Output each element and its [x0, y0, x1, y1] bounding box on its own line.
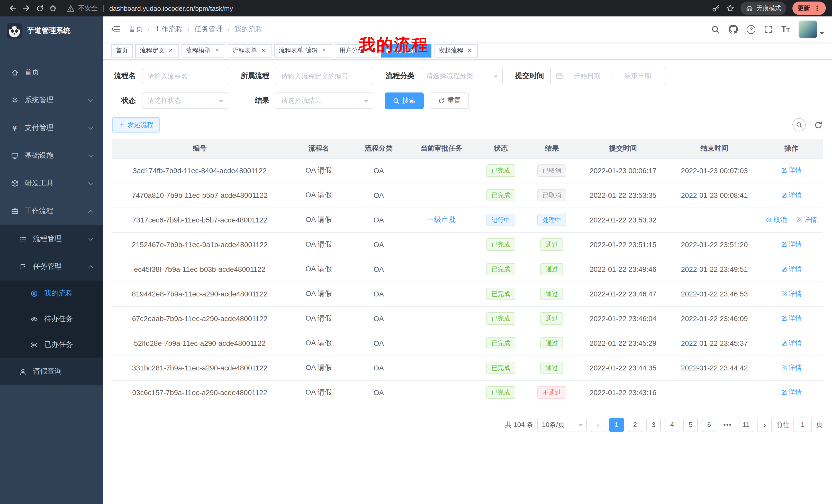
- home-icon[interactable]: [46, 2, 60, 15]
- sidebar-item-infrastructure[interactable]: 基础设施: [0, 142, 103, 170]
- tab-close-icon[interactable]: [466, 47, 473, 54]
- app-logo[interactable]: 芋道管理系统: [0, 17, 103, 45]
- detail-button[interactable]: 详情: [781, 264, 802, 274]
- page-button[interactable]: 3: [646, 417, 661, 432]
- tab[interactable]: 我的流程: [381, 44, 432, 57]
- back-icon[interactable]: [6, 2, 20, 15]
- sidebar-item-devtools[interactable]: 研发工具: [0, 170, 103, 197]
- sidebar-item-system[interactable]: 系统管理: [0, 86, 103, 114]
- menu-kebab-icon[interactable]: [813, 4, 821, 12]
- user-menu[interactable]: [799, 21, 824, 38]
- tab-close-icon[interactable]: [167, 47, 174, 54]
- hamburger-icon[interactable]: [111, 25, 120, 34]
- detail-button[interactable]: 详情: [796, 215, 817, 225]
- forward-icon[interactable]: [20, 2, 33, 15]
- detail-button[interactable]: 详情: [781, 339, 802, 348]
- help-icon[interactable]: [747, 25, 756, 34]
- update-button[interactable]: 更新: [792, 2, 826, 15]
- breadcrumb-item[interactable]: 工作流程: [154, 25, 183, 34]
- submit-time-range-picker[interactable]: 开始日期 - 结束日期: [550, 68, 666, 84]
- cell-id: 331bc281-7b9a-11ec-a290-acde48001122: [112, 356, 287, 380]
- result-badge: 通过: [541, 239, 563, 251]
- start-date[interactable]: 开始日期: [565, 72, 609, 81]
- column-header: 流程名: [287, 139, 350, 158]
- tab[interactable]: 发起流程: [434, 44, 478, 57]
- fullscreen-icon[interactable]: [764, 25, 773, 33]
- goto-page-input[interactable]: [794, 417, 812, 432]
- table-tools: [792, 118, 823, 132]
- reload-icon[interactable]: [33, 2, 46, 15]
- tab-close-icon[interactable]: [320, 47, 328, 54]
- github-icon[interactable]: [729, 25, 738, 34]
- end-date[interactable]: 结束日期: [616, 72, 660, 81]
- detail-button[interactable]: 详情: [781, 314, 802, 323]
- cancel-button[interactable]: 取消: [766, 215, 787, 225]
- sidebar-item-my-process[interactable]: 我的流程: [0, 281, 103, 306]
- cell-result: 不通过: [526, 380, 577, 405]
- page-button[interactable]: 11: [739, 417, 753, 432]
- sidebar-item-home[interactable]: 首页: [0, 59, 103, 86]
- cell-category: OA: [350, 306, 407, 331]
- tab[interactable]: 流程定义: [135, 44, 179, 57]
- cell-result: 已取消: [526, 158, 577, 183]
- breadcrumb-item[interactable]: 首页: [129, 25, 143, 34]
- category-select[interactable]: 请选择流程分类: [421, 68, 503, 84]
- chevron-down-icon: [88, 235, 93, 241]
- sidebar-item-payment[interactable]: 支付管理: [0, 114, 103, 142]
- refresh-icon[interactable]: [814, 120, 823, 129]
- detail-button[interactable]: 详情: [781, 388, 802, 397]
- search-icon[interactable]: [711, 25, 720, 34]
- tab[interactable]: 首页: [111, 44, 133, 57]
- page-button[interactable]: 2: [628, 417, 642, 432]
- page-button[interactable]: 6: [702, 417, 716, 432]
- page-button[interactable]: 5: [683, 417, 698, 432]
- tab-close-icon[interactable]: [420, 47, 427, 54]
- next-page-button[interactable]: [757, 417, 772, 432]
- cell-submit-time: 2022-01-22 23:53:32: [577, 207, 669, 232]
- breadcrumb-item[interactable]: 任务管理: [194, 25, 223, 34]
- search-button[interactable]: 搜索: [385, 92, 424, 109]
- url-text[interactable]: dashboard.yudao.iocoder.cn/bpm/task/my: [109, 4, 233, 12]
- tab[interactable]: 流程模型: [182, 44, 225, 57]
- sidebar-item-process-management[interactable]: 流程管理: [0, 225, 103, 253]
- process-key-input[interactable]: [276, 68, 373, 84]
- status-select[interactable]: 请选择状态: [142, 92, 228, 109]
- prev-page-button[interactable]: [591, 417, 605, 432]
- sidebar-item-todo-tasks[interactable]: 待办任务: [0, 306, 103, 332]
- bookmark-star-icon[interactable]: [726, 4, 734, 12]
- task-link[interactable]: 一级审批: [427, 215, 456, 223]
- cell-current-task: 一级审批: [408, 207, 475, 232]
- avatar[interactable]: [799, 21, 817, 38]
- tab-close-icon[interactable]: [367, 47, 374, 54]
- create-process-button[interactable]: 发起流程: [112, 117, 160, 133]
- sidebar-item-done-tasks[interactable]: 已办任务: [0, 332, 103, 358]
- detail-button[interactable]: 详情: [781, 240, 802, 249]
- detail-label: 详情: [788, 191, 802, 200]
- page-button[interactable]: 4: [665, 417, 679, 432]
- cell-current-task: [408, 356, 475, 380]
- tab-close-icon[interactable]: [260, 47, 267, 54]
- page-button[interactable]: •••: [721, 417, 735, 432]
- detail-button[interactable]: 详情: [781, 289, 802, 299]
- detail-button[interactable]: 详情: [781, 363, 802, 372]
- process-name-input[interactable]: [142, 68, 228, 84]
- font-size-icon[interactable]: [781, 25, 790, 34]
- page-button[interactable]: 1: [609, 417, 624, 432]
- tab[interactable]: 用户分组: [335, 44, 379, 57]
- cancel-label: 取消: [773, 215, 787, 225]
- tab[interactable]: 流程表单: [228, 44, 271, 57]
- tab-close-icon[interactable]: [213, 47, 220, 54]
- sidebar-item-leave-query[interactable]: 请假查询: [0, 358, 103, 385]
- result-select[interactable]: 请选择流结果: [276, 92, 373, 109]
- toggle-search-icon[interactable]: [792, 118, 806, 132]
- address-bar[interactable]: 不安全 dashboard.yudao.iocoder.cn/bpm/task/…: [67, 4, 712, 12]
- detail-button[interactable]: 详情: [781, 191, 802, 200]
- tab[interactable]: 流程表单-编辑: [274, 44, 332, 57]
- reset-button[interactable]: 重置: [430, 92, 469, 109]
- page-size-select[interactable]: 10条/页: [537, 417, 587, 432]
- sidebar-item-workflow[interactable]: 工作流程: [0, 197, 103, 225]
- incognito-badge[interactable]: 无痕模式: [740, 2, 786, 15]
- detail-button[interactable]: 详情: [781, 166, 802, 175]
- sidebar-item-task-management[interactable]: 任务管理: [0, 253, 103, 281]
- key-icon[interactable]: [712, 4, 720, 12]
